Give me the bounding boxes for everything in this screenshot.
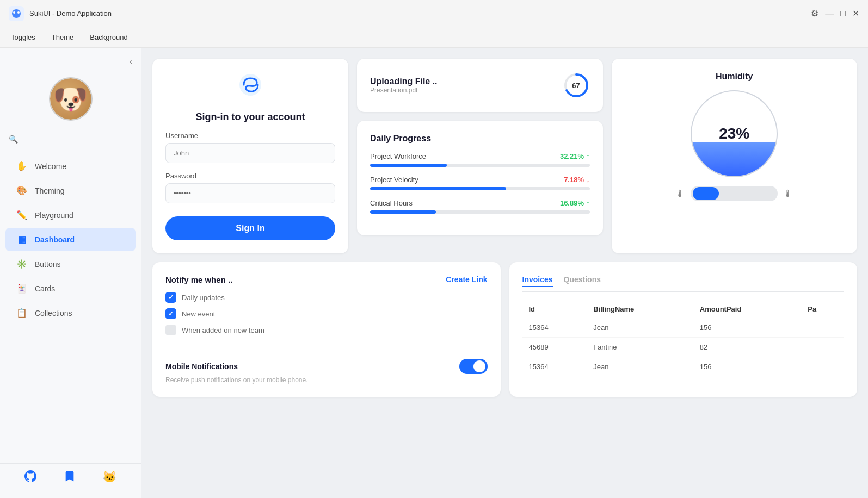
create-link-button[interactable]: Create Link [446,275,487,284]
velocity-label: Project Velocity [370,176,418,184]
mobile-notif-subtitle: Receive push notifications on your mobil… [165,376,488,384]
cards-icon: 🃏 [16,283,27,294]
sidebar-item-dashboard-label: Dashboard [35,235,75,244]
workforce-label: Project Workforce [370,152,426,160]
humidity-card: Humidity 23% 🌡 🌡 [612,59,858,253]
avatar [49,77,93,121]
hours-value: 16.89% ↑ [560,199,590,207]
col-id: Id [522,301,587,318]
thermo-low-icon: 🌡 [675,188,685,200]
workforce-bar-bg [370,164,590,167]
password-input[interactable] [165,183,335,203]
cell-amount-1: 156 [693,318,801,338]
humidity-slider-row: 🌡 🌡 [625,186,845,201]
sidebar-item-cards[interactable]: 🃏 Cards [5,277,136,300]
checkmark-daily: ✓ [168,294,174,301]
avatar-section [0,73,141,129]
dashboard-icon: ▦ [16,234,27,245]
password-group: Password [165,172,335,203]
tab-questions[interactable]: Questions [564,275,601,287]
cell-id-1: 15364 [522,318,587,338]
app-logo [9,6,24,21]
bottom-row: Notify me when .. ✓ Daily updates ✓ New … [152,262,857,397]
main-layout: ‹ 🔍 ✋ Welcome 🎨 Theming ✏️ Playground [0,48,868,498]
sidebar-item-collections[interactable]: 📋 Collections [5,301,136,325]
table-header: Id BillingName AmountPaid Pa [522,301,845,318]
menu-background[interactable]: Background [90,33,127,41]
app-title: SukiUI - Demo Application [29,9,811,17]
velocity-value: 7.18% ↓ [564,176,589,184]
username-group: Username [165,132,335,163]
notify-header: Notify me when .. ✓ Daily updates ✓ New … [165,275,488,341]
checkbox-new-team-label: When added on new team [182,326,264,334]
progress-item-hours: Critical Hours 16.89% ↑ [370,199,590,214]
humidity-fill [692,142,777,176]
top-row: Sign-in to your account Username Passwor… [152,59,857,253]
collapse-button[interactable]: ‹ [130,57,132,66]
signin-button[interactable]: Sign In [165,216,335,240]
sidebar-item-buttons[interactable]: ✳️ Buttons [5,252,136,276]
cell-pa-2 [801,338,844,357]
invoices-card: Invoices Questions Id BillingName Amount… [509,262,858,397]
maximize-icon[interactable]: □ [840,9,846,18]
mobile-toggle[interactable] [459,359,488,374]
progress-item-workforce-header: Project Workforce 32.21% ↑ [370,152,590,160]
cell-id-3: 15364 [522,357,587,377]
search-icon: 🔍 [9,135,18,144]
menu-toggles[interactable]: Toggles [11,33,35,41]
velocity-arrow: ↓ [586,176,590,184]
sidebar-item-playground[interactable]: ✏️ Playground [5,203,136,227]
mobile-notifications-section: Mobile Notifications Receive push notifi… [165,350,488,384]
checkbox-new-team: When added on new team [165,325,264,335]
sidebar-item-theming-label: Theming [35,186,64,195]
cell-name-3: Jean [587,357,693,377]
bookmark-icon[interactable] [64,470,76,485]
progress-item-velocity-header: Project Velocity 7.18% ↓ [370,176,590,184]
humidity-toggle[interactable] [691,186,778,201]
minimize-icon[interactable]: — [825,9,834,18]
invoices-table: Id BillingName AmountPaid Pa 15364 Jean … [522,301,845,376]
upload-info: Uploading File .. Presentation.pdf [370,77,438,94]
cell-id-2: 45689 [522,338,587,357]
checkbox-daily-updates-box[interactable]: ✓ [165,292,176,303]
collections-icon: 📋 [16,308,27,318]
checkbox-new-event-box[interactable]: ✓ [165,308,176,319]
workforce-bar [370,164,447,167]
mobile-notif-title: Mobile Notifications [165,362,238,371]
checkbox-new-team-box[interactable] [165,325,176,335]
middle-column: Uploading File .. Presentation.pdf 67 [357,59,603,253]
close-icon[interactable]: ✕ [852,8,859,18]
invoices-tabs: Invoices Questions [522,275,845,292]
tab-invoices[interactable]: Invoices [522,275,553,287]
table-row: 15364 Jean 156 [522,318,845,338]
sidebar-item-welcome[interactable]: ✋ Welcome [5,154,136,178]
search-section: 🔍 [0,129,141,149]
sidebar: ‹ 🔍 ✋ Welcome 🎨 Theming ✏️ Playground [0,48,141,498]
settings-icon[interactable]: ⚙ [811,8,818,18]
upload-header: Uploading File .. Presentation.pdf 67 [370,72,590,99]
edge-logo [237,72,263,103]
sidebar-item-dashboard[interactable]: ▦ Dashboard [5,228,136,251]
sidebar-nav: ✋ Welcome 🎨 Theming ✏️ Playground ▦ Dash… [0,149,141,463]
checkbox-new-event: ✓ New event [165,308,264,319]
cell-pa-1 [801,318,844,338]
cell-pa-3 [801,357,844,377]
daily-progress-card: Daily Progress Project Workforce 32.21% … [357,121,603,235]
sidebar-item-theming[interactable]: 🎨 Theming [5,179,136,202]
checkbox-new-event-label: New event [182,310,215,318]
window-controls: ⚙ — □ ✕ [811,8,859,18]
github-icon[interactable] [24,470,36,485]
signin-card: Sign-in to your account Username Passwor… [152,59,348,253]
cell-name-2: Fantine [587,338,693,357]
welcome-icon: ✋ [16,161,27,171]
sidebar-item-collections-label: Collections [35,309,72,318]
avatar-image [50,78,91,120]
username-input[interactable] [165,143,335,163]
cat-icon[interactable]: 🐱 [103,470,116,485]
playground-icon: ✏️ [16,210,27,220]
humidity-value: 23% [719,125,749,142]
menu-theme[interactable]: Theme [52,33,73,41]
sidebar-footer: 🐱 [0,463,141,491]
table-row: 15364 Jean 156 [522,357,845,377]
sidebar-item-cards-label: Cards [35,284,55,293]
